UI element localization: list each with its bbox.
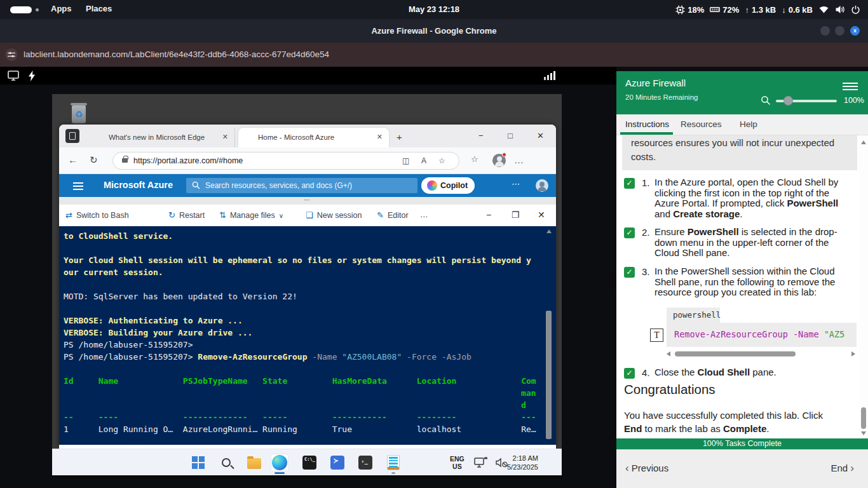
magnifier-icon: [761, 95, 771, 105]
lab-panel: Azure Firewall 20 Minutes Remaining 100%…: [616, 71, 868, 488]
panel-scrollbar[interactable]: [859, 135, 868, 438]
terminal-text: -Force -AsJob: [402, 352, 471, 362]
edge-taskbar-button[interactable]: [271, 454, 288, 471]
edge-minimize-button[interactable]: −: [478, 131, 484, 140]
volume-icon[interactable]: [835, 5, 845, 14]
lab-toolbar: [0, 67, 616, 85]
shell-minimize-button[interactable]: −: [486, 210, 491, 220]
checkbox-checked[interactable]: ✓: [624, 178, 635, 189]
lightning-icon[interactable]: [28, 71, 36, 81]
tab-help[interactable]: Help: [740, 119, 757, 129]
memory-icon: [710, 6, 720, 13]
restart-button[interactable]: ↻Restart: [168, 210, 205, 220]
portal-more-icon[interactable]: ⋯: [512, 179, 520, 189]
power-icon[interactable]: [851, 5, 860, 15]
portal-menu-icon[interactable]: [73, 180, 83, 189]
portal-search-box[interactable]: Search resources, services, and docs (G+…: [186, 178, 417, 193]
edge-tab-whats-new[interactable]: What's new in Microsoft Edge ✕: [89, 128, 235, 147]
minimize-window-button[interactable]: [820, 26, 830, 36]
terminal-scrollbar[interactable]: [546, 228, 552, 443]
panel-drag-handle[interactable]: [611, 271, 616, 288]
code-horizontal-scrollbar[interactable]: [667, 351, 855, 357]
start-button[interactable]: [189, 454, 207, 471]
refresh-icon[interactable]: ↻: [90, 154, 98, 166]
terminal-taskbar-button[interactable]: ›_: [356, 454, 374, 471]
scrollbar-thumb: [546, 311, 552, 439]
maximize-window-button[interactable]: [835, 26, 844, 36]
shell-restore-button[interactable]: ❐: [512, 210, 520, 220]
terminal-line: [64, 302, 556, 315]
portal-brand[interactable]: Microsoft Azure: [104, 180, 173, 190]
editor-icon: ✎: [377, 210, 384, 220]
new-session-button[interactable]: ❏New session: [306, 210, 362, 220]
lab-doc-taskbar-button[interactable]: [384, 454, 402, 471]
terminal-text: localhost: [417, 424, 461, 434]
settings-more-icon[interactable]: …: [514, 154, 524, 165]
vm-desktop[interactable]: ♻ What's new in Microsoft Edge ✕ Home - …: [52, 94, 562, 478]
down-arrow-icon: ↓: [782, 5, 786, 15]
cmd-taskbar-button[interactable]: C:\_: [301, 454, 318, 471]
terminal-text: 1: [64, 424, 69, 434]
type-text-button[interactable]: T: [650, 329, 663, 342]
terminal-line: 1 Long Running O… AzureLongRunni… Runnin…: [64, 423, 556, 435]
congratulations-heading: Congratulations: [624, 382, 715, 397]
terminal-text: ----: [98, 412, 118, 422]
net-download: ↓0.6 kB: [782, 5, 813, 15]
cloudshell-resize-handle[interactable]: ⋯: [59, 197, 556, 205]
shell-more-icon[interactable]: …: [420, 210, 428, 219]
wifi-icon[interactable]: [818, 5, 829, 14]
step-number: 1.: [642, 177, 650, 188]
recycle-bin-icon[interactable]: ♻: [69, 100, 89, 126]
terminal-text: AzureLongRunni…: [183, 424, 257, 434]
screen-icon[interactable]: [8, 71, 19, 81]
edge-close-button[interactable]: ✕: [537, 131, 544, 140]
new-tab-button[interactable]: +: [397, 132, 402, 142]
cloudshell-toolbar: ⇄Switch to Bash ↻Restart ⇅Manage files∨ …: [59, 205, 556, 226]
lab-menu-icon[interactable]: [843, 81, 858, 90]
bold-text: End: [624, 423, 642, 434]
tab-close-icon[interactable]: ✕: [377, 133, 383, 141]
favorite-star-icon[interactable]: ☆: [438, 156, 445, 165]
close-window-button[interactable]: x: [850, 26, 860, 36]
edge-tab-azure-home[interactable]: Home - Microsoft Azure ✕: [238, 128, 389, 147]
end-button[interactable]: End ›: [831, 462, 854, 475]
favorites-bar-icon[interactable]: ☆: [471, 154, 478, 164]
bold-text: PowerShell: [688, 226, 739, 237]
manage-files-button[interactable]: ⇅Manage files∨: [219, 210, 283, 220]
back-icon[interactable]: ←: [68, 154, 78, 165]
previous-button[interactable]: ‹ Previous: [625, 462, 668, 475]
browser-url-bar[interactable]: labclient.labondemand.com/LabClient/6e4e…: [0, 43, 868, 67]
terminal[interactable]: to CloudShell service. Your Cloud Shell …: [59, 226, 556, 445]
zoom-slider-thumb[interactable]: [783, 96, 793, 105]
copilot-logo-icon: [427, 180, 437, 191]
lab-title: Azure Firewall: [625, 78, 686, 88]
switch-to-bash-button[interactable]: ⇄Switch to Bash: [65, 210, 129, 220]
tray-icons[interactable]: [474, 449, 508, 476]
edge-maximize-button[interactable]: □: [508, 131, 513, 140]
edge-address-bar[interactable]: https://portal.azure.com/#home ◫ A ☆: [112, 152, 459, 170]
terminal-text: "AZ500LAB08": [342, 352, 402, 362]
taskbar-clock[interactable]: 2:18 AM5/23/2025: [507, 449, 538, 476]
copilot-button[interactable]: Copilot: [421, 177, 475, 194]
tab-close-icon[interactable]: ✕: [222, 133, 228, 141]
language-indicator[interactable]: ENGUS: [450, 449, 465, 476]
swap-icon: ⇄: [65, 210, 72, 220]
portal-account-avatar[interactable]: [536, 179, 548, 192]
read-aloud-icon[interactable]: A: [421, 156, 426, 165]
tab-actions-icon[interactable]: [65, 129, 79, 143]
file-explorer-button[interactable]: [245, 454, 263, 471]
checkbox-checked[interactable]: ✓: [624, 227, 635, 238]
code-text[interactable]: Remove-AzResourceGroup -Name "AZ5: [667, 323, 857, 347]
search-icon: [192, 181, 200, 189]
checkbox-checked[interactable]: ✓: [624, 267, 635, 278]
checkbox-checked[interactable]: ✓: [624, 368, 635, 379]
step-text: Ensure PowerShell is selected in the dro…: [654, 227, 849, 259]
tab-resources[interactable]: Resources: [681, 119, 722, 129]
taskbar-search-button[interactable]: [217, 454, 235, 471]
split-screen-icon[interactable]: ◫: [402, 156, 409, 165]
shell-close-button[interactable]: ✕: [538, 210, 545, 220]
editor-button[interactable]: ✎Editor: [377, 210, 409, 220]
powershell-taskbar-button[interactable]: ≻: [329, 454, 346, 471]
site-settings-icon[interactable]: [5, 48, 18, 61]
tab-instructions[interactable]: Instructions: [625, 119, 669, 129]
